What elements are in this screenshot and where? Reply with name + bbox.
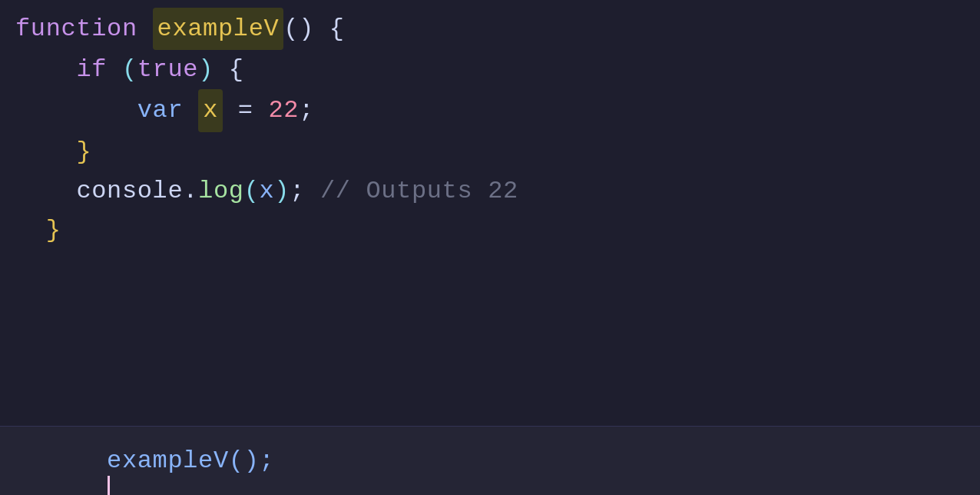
code-line-2: if ( true ) { bbox=[15, 50, 965, 89]
variable-x: x bbox=[198, 89, 223, 131]
indent bbox=[15, 132, 76, 171]
function-name-examplev: exampleV bbox=[153, 8, 284, 50]
comment-outputs: // Outputs 22 bbox=[320, 171, 518, 211]
log-method: log bbox=[198, 171, 244, 211]
bottom-bar[interactable]: exampleV(); bbox=[0, 426, 980, 495]
text-cursor bbox=[108, 476, 110, 495]
code-area[interactable]: function exampleV () { if ( true ) { var… bbox=[0, 0, 980, 426]
paren-close-log: ) bbox=[274, 171, 290, 211]
indent bbox=[15, 211, 46, 250]
console-object: console. bbox=[76, 171, 198, 211]
brace-close-if: } bbox=[76, 132, 91, 171]
brace-close-function: } bbox=[46, 211, 61, 250]
space bbox=[183, 91, 198, 130]
bottom-fn-call: exampleV(); bbox=[107, 447, 274, 475]
paren-open: ( bbox=[122, 50, 137, 89]
keyword-function: function bbox=[15, 9, 137, 48]
punct-parens-brace-open: () { bbox=[283, 9, 344, 48]
semicolon: ; bbox=[299, 91, 314, 130]
bottom-code-line: exampleV(); bbox=[15, 390, 274, 495]
indent bbox=[15, 171, 76, 211]
code-line-6: } bbox=[15, 211, 965, 250]
space-brace: { bbox=[214, 50, 244, 89]
indent bbox=[15, 50, 76, 89]
space bbox=[305, 171, 320, 211]
arg-x: x bbox=[260, 171, 275, 211]
paren-open-log: ( bbox=[244, 171, 260, 211]
space bbox=[223, 91, 238, 130]
code-line-3: var x = 22 ; bbox=[15, 89, 965, 131]
keyword-if: if bbox=[76, 50, 107, 89]
indent bbox=[15, 91, 137, 130]
paren-close: ) bbox=[198, 50, 214, 89]
code-line-5: console. log ( x ) ; // Outputs 22 bbox=[15, 171, 965, 211]
value-true: true bbox=[137, 50, 198, 89]
number-22: 22 bbox=[269, 91, 300, 130]
space bbox=[107, 50, 122, 89]
keyword-var: var bbox=[137, 91, 184, 130]
bottom-indent bbox=[107, 418, 167, 447]
operator-equals: = bbox=[238, 91, 253, 130]
code-line-4: } bbox=[15, 132, 965, 171]
semicolon-log: ; bbox=[290, 171, 305, 211]
code-line-1: function exampleV () { bbox=[15, 8, 965, 50]
editor-container: function exampleV () { if ( true ) { var… bbox=[0, 0, 980, 495]
space bbox=[253, 91, 269, 130]
space bbox=[137, 9, 153, 48]
